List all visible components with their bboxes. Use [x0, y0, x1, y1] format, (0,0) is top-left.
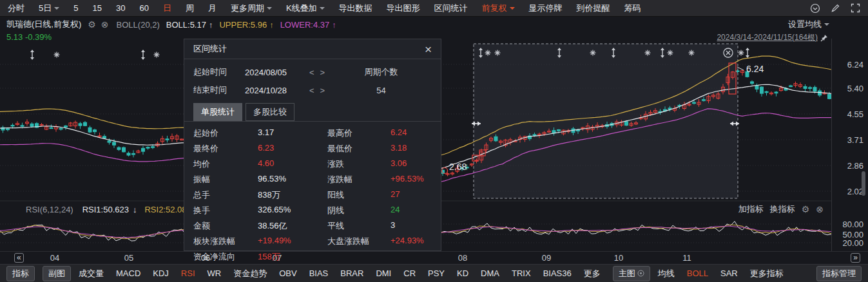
candle-body [30, 124, 34, 126]
start-date-prev-button[interactable]: < [309, 68, 314, 77]
topbar-item-9[interactable]: 更多周期 [231, 3, 272, 14]
period-count-value: 54 [331, 86, 432, 95]
candle-body [50, 127, 53, 129]
candle-body [122, 147, 126, 152]
indicator-item-15[interactable]: BIAS36 [543, 268, 572, 278]
candle-body [702, 100, 706, 101]
candle-body [751, 82, 754, 84]
switch-indicator-button[interactable]: 换指标 [770, 203, 795, 215]
indicator-item-8[interactable]: BRAR [340, 268, 363, 278]
topbar-item-13[interactable]: 区间统计 [434, 3, 468, 14]
stat-label: 振幅 [193, 174, 258, 185]
topbar-item-11[interactable]: 导出数据 [339, 3, 372, 14]
candle-body [59, 128, 63, 129]
indicator-item-16[interactable]: 更多 [584, 268, 601, 279]
indicator-item-4[interactable]: WR [207, 268, 222, 278]
time-tick: 10 [614, 253, 623, 263]
topbar-item-5[interactable]: 60 [139, 3, 148, 13]
price-tick: 6.24 [833, 60, 863, 70]
indicator-item-14[interactable]: TRIX [512, 268, 531, 278]
main-indicator-item-3[interactable]: 更多指标 [750, 268, 784, 279]
stat-value [391, 251, 432, 263]
indicator-item-1[interactable]: MACD [116, 268, 140, 278]
bottom-button-1[interactable]: 副图 [43, 266, 71, 281]
indicator-item-12[interactable]: KD [457, 268, 468, 278]
draw-pen-icon[interactable] [831, 3, 840, 13]
topbar-item-4[interactable]: 30 [116, 3, 125, 13]
bottom-button-0[interactable]: 指标 [6, 266, 35, 281]
topbar-item-15[interactable]: 显示停牌 [529, 3, 563, 14]
statistics-grid: 起始价3.17最高价6.24最终价6.23最低价3.18均价4.60涨跌3.06… [184, 122, 441, 268]
end-date-value[interactable]: 2024/10/28 [245, 86, 309, 95]
topbar-item-14[interactable]: 前复权 [482, 3, 515, 14]
add-indicator-button[interactable]: 加指标 [738, 203, 764, 215]
dialog-close-icon[interactable]: × [425, 43, 432, 55]
indicator-item-9[interactable]: DMI [376, 268, 391, 278]
indicator-settings-gear-icon[interactable]: ⚙ [88, 19, 96, 30]
tab-multi-stock[interactable]: 多股比较 [246, 103, 294, 121]
topbar-item-0[interactable]: 分时 [8, 3, 24, 14]
end-date-row: 结束时间 2024/10/28 < > 54 [193, 81, 432, 99]
indicator-item-0[interactable]: 成交量 [79, 268, 104, 279]
end-date-next-button[interactable]: > [320, 86, 325, 95]
main-chart-button[interactable]: 主图 [613, 266, 650, 281]
boll-mid-value: BOLL:5.17 [166, 20, 206, 30]
boll-upper-up-arrow: ↑ [269, 20, 274, 30]
event-marker-icon [669, 52, 671, 53]
topbar-item-7[interactable]: 周 [186, 3, 194, 14]
scroll-right-button[interactable]: » [851, 253, 860, 263]
candle-body [494, 136, 497, 140]
stat-value: +96.53% [391, 174, 432, 185]
start-date-value[interactable]: 2024/08/05 [245, 68, 309, 77]
stat-label: 最高价 [327, 127, 391, 139]
topbar-item-6[interactable]: 日 [163, 3, 171, 14]
period-count-label: 周期个数 [331, 66, 432, 78]
indicator-item-7[interactable]: BIAS [309, 268, 329, 278]
main-indicator-item-0[interactable]: 均线 [658, 268, 675, 279]
start-date-next-button[interactable]: > [320, 68, 325, 77]
fullscreen-icon[interactable] [851, 3, 860, 13]
rsi-tick: 80.00 [833, 220, 863, 229]
stat-value: 96.53% [258, 174, 327, 185]
scroll-left-button[interactable]: « [14, 253, 24, 263]
price-tick: 2.02 [833, 187, 863, 196]
boll-upper-value: UPPER:5.96 [219, 20, 267, 30]
topbar-item-8[interactable]: 月 [208, 3, 217, 14]
rsi-settings-gear-icon[interactable]: ⚙ [802, 204, 810, 214]
topbar-item-3[interactable]: 15 [92, 3, 101, 13]
indicator-item-11[interactable]: PSY [428, 268, 445, 278]
stat-value: 6.23 [258, 143, 327, 155]
rsi-close-icon[interactable]: ⊗ [816, 204, 824, 214]
topbar-item-1[interactable]: 5日 [39, 3, 59, 14]
main-indicator-item-2[interactable]: SAR [720, 268, 738, 278]
vertical-scrollbar[interactable] [862, 171, 865, 196]
stat-value: 3.06 [391, 158, 432, 170]
ma-settings-button[interactable]: 设置均线 [788, 19, 829, 30]
indicator-manage-button[interactable]: 指标管理 [816, 266, 862, 281]
event-marker-icon [690, 52, 692, 53]
indicator-item-3[interactable]: RSI [181, 268, 195, 278]
interval-selection-region[interactable] [474, 44, 738, 198]
stat-value: 4.60 [258, 158, 327, 170]
end-date-prev-button[interactable]: < [309, 86, 314, 95]
indicator-item-13[interactable]: DMA [481, 268, 499, 278]
topbar-item-2[interactable]: 5 [73, 3, 78, 13]
topbar-item-17[interactable]: 筹码 [624, 3, 641, 14]
indicator-item-2[interactable]: KDJ [153, 268, 169, 278]
main-indicator-item-1[interactable]: BOLL [687, 268, 708, 278]
tab-single-stock[interactable]: 单股统计 [193, 103, 242, 121]
topbar-item-16[interactable]: 到价提醒 [577, 3, 610, 14]
rsi-tick: 20.00 [833, 238, 863, 248]
stat-label: 均价 [193, 158, 258, 170]
price-annotation-0: 6.24 [746, 64, 764, 74]
indicator-item-5[interactable]: 资金趋势 [233, 268, 267, 279]
candle-body [789, 86, 793, 87]
indicator-item-10[interactable]: CR [403, 268, 416, 278]
indicator-item-6[interactable]: OBV [279, 268, 296, 278]
topbar-item-12[interactable]: 导出图形 [387, 3, 420, 14]
stat-label: 板块涨跌幅 [193, 236, 258, 247]
topbar-item-10[interactable]: K线叠加 [286, 3, 325, 14]
refresh-clock-icon[interactable] [810, 3, 820, 14]
indicator-close-icon[interactable]: ⊗ [101, 19, 109, 30]
event-marker-icon [592, 52, 593, 53]
